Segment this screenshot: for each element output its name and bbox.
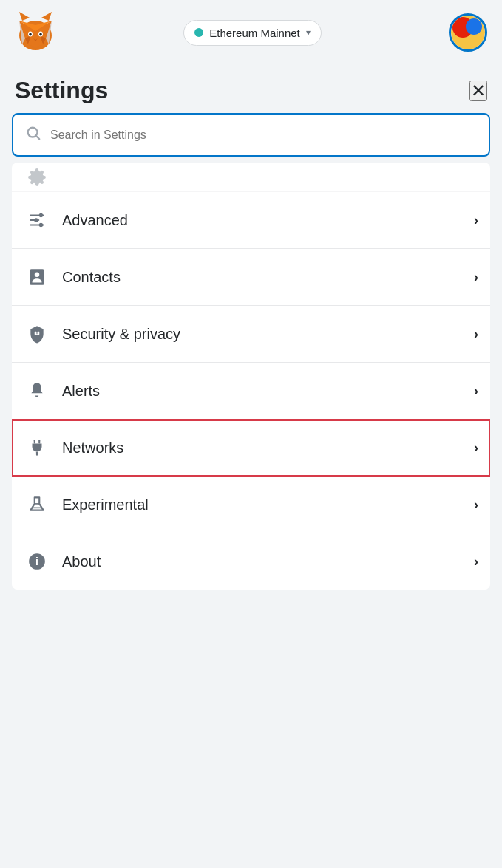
security-chevron: › bbox=[474, 327, 478, 342]
settings-menu: Advanced › Contacts › bbox=[12, 163, 490, 590]
avatar[interactable] bbox=[449, 13, 487, 52]
svg-point-21 bbox=[39, 213, 43, 217]
svg-marker-12 bbox=[19, 12, 30, 21]
settings-title: Settings bbox=[15, 77, 108, 104]
svg-point-28 bbox=[36, 383, 38, 384]
close-button[interactable]: ✕ bbox=[469, 81, 487, 101]
svg-text:i: i bbox=[35, 556, 38, 567]
svg-rect-31 bbox=[36, 451, 38, 455]
svg-rect-32 bbox=[35, 497, 40, 498]
settings-title-row: Settings ✕ bbox=[12, 65, 490, 113]
metamask-logo bbox=[15, 12, 56, 53]
svg-marker-13 bbox=[41, 12, 52, 21]
alerts-chevron: › bbox=[474, 383, 478, 399]
general-icon bbox=[24, 164, 50, 191]
experimental-chevron: › bbox=[474, 497, 478, 513]
menu-item-about[interactable]: i About › bbox=[12, 533, 490, 590]
advanced-label: Advanced bbox=[62, 211, 474, 230]
contacts-icon bbox=[24, 264, 50, 290]
security-icon bbox=[24, 321, 50, 347]
networks-icon bbox=[24, 434, 50, 461]
advanced-chevron: › bbox=[474, 213, 478, 228]
menu-item-networks[interactable]: Networks › bbox=[12, 420, 490, 476]
chevron-down-icon: ▾ bbox=[306, 27, 311, 38]
svg-rect-30 bbox=[38, 440, 40, 443]
search-input[interactable] bbox=[50, 129, 477, 142]
network-name: Ethereum Mainnet bbox=[209, 27, 300, 39]
network-selector[interactable]: Ethereum Mainnet ▾ bbox=[183, 20, 322, 46]
partial-general-item bbox=[12, 163, 490, 192]
menu-item-security[interactable]: Security & privacy › bbox=[12, 306, 490, 363]
svg-line-16 bbox=[36, 136, 39, 139]
contacts-chevron: › bbox=[474, 270, 478, 285]
experimental-icon bbox=[24, 491, 50, 518]
search-icon bbox=[25, 125, 41, 145]
advanced-icon bbox=[24, 207, 50, 233]
search-container bbox=[12, 113, 490, 157]
alerts-icon bbox=[24, 377, 50, 404]
svg-rect-29 bbox=[34, 440, 35, 443]
menu-item-contacts[interactable]: Contacts › bbox=[12, 249, 490, 306]
about-icon: i bbox=[24, 548, 50, 575]
network-status-dot bbox=[194, 28, 203, 37]
menu-item-experimental[interactable]: Experimental › bbox=[12, 476, 490, 533]
contacts-label: Contacts bbox=[62, 267, 474, 287]
experimental-label: Experimental bbox=[62, 495, 474, 514]
about-label: About bbox=[62, 552, 474, 571]
menu-item-alerts[interactable]: Alerts › bbox=[12, 363, 490, 420]
settings-panel: Settings ✕ bbox=[0, 65, 502, 590]
about-chevron: › bbox=[474, 554, 478, 570]
header: Ethereum Mainnet ▾ bbox=[0, 0, 502, 65]
networks-label: Networks bbox=[62, 438, 474, 457]
svg-point-10 bbox=[29, 33, 32, 36]
svg-point-22 bbox=[34, 218, 38, 222]
svg-point-11 bbox=[39, 33, 42, 36]
menu-item-advanced[interactable]: Advanced › bbox=[12, 192, 490, 249]
alerts-label: Alerts bbox=[62, 381, 474, 400]
svg-point-23 bbox=[39, 223, 43, 227]
networks-chevron: › bbox=[474, 440, 478, 456]
svg-point-25 bbox=[35, 273, 40, 278]
security-label: Security & privacy bbox=[62, 324, 474, 344]
